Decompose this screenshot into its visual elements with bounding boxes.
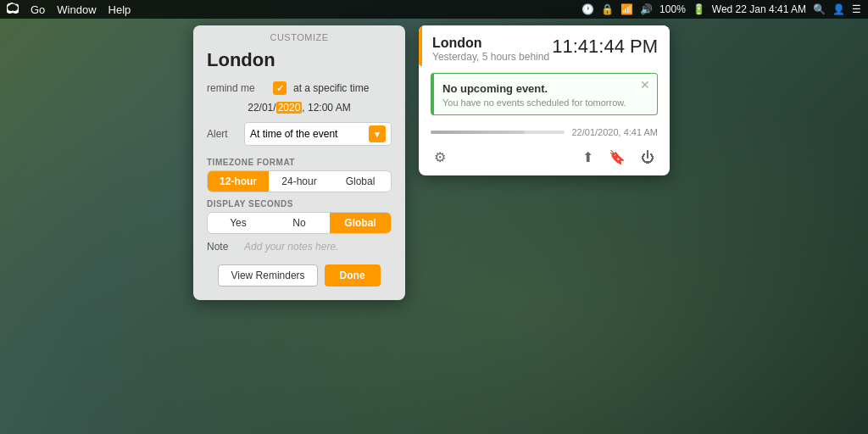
remind-label: remind me bbox=[207, 82, 266, 94]
notif-footer-right: ⬆ 🔖 ⏻ bbox=[579, 147, 658, 167]
timezone-24hour-btn[interactable]: 24-hour bbox=[269, 171, 330, 192]
battery-icon: 🔋 bbox=[693, 3, 705, 15]
menu-list-icon[interactable]: ☰ bbox=[852, 3, 861, 15]
note-label: Note bbox=[207, 241, 237, 253]
notif-title-group: London Yesterday, 5 hours behind bbox=[432, 36, 549, 63]
view-reminders-button[interactable]: View Reminders bbox=[218, 264, 317, 287]
customize-actions: View Reminders Done bbox=[193, 256, 405, 287]
notif-city: London bbox=[432, 36, 549, 51]
notification-panel: London Yesterday, 5 hours behind 11:41:4… bbox=[419, 25, 670, 175]
done-button[interactable]: Done bbox=[325, 264, 381, 287]
apple-menu[interactable] bbox=[7, 3, 19, 17]
menu-volume-icon: 🔊 bbox=[640, 3, 653, 15]
menubar: Go Window Help 🕐 🔒 📶 🔊 100% 🔋 Wed 22 Jan… bbox=[0, 0, 868, 19]
notif-power-button[interactable]: ⏻ bbox=[637, 147, 658, 167]
notif-close-button[interactable]: ✕ bbox=[640, 79, 650, 91]
timezone-12hour-btn[interactable]: 12-hour bbox=[208, 171, 269, 192]
alert-dropdown-arrow[interactable]: ▼ bbox=[369, 125, 386, 142]
display-seconds-label: DISPLAY SECONDS bbox=[193, 192, 405, 212]
customize-header: CUSTOMIZE bbox=[193, 25, 405, 46]
menu-lock-icon: 🔒 bbox=[601, 3, 614, 15]
notif-event-box: No upcoming event. You have no events sc… bbox=[431, 73, 658, 115]
timezone-global-btn[interactable]: Global bbox=[330, 171, 391, 192]
customize-city: London bbox=[193, 46, 405, 78]
display-toggle-group: Yes No Global bbox=[207, 212, 392, 234]
notif-share-button[interactable]: ⬆ bbox=[579, 147, 597, 167]
search-icon[interactable]: 🔍 bbox=[813, 3, 826, 15]
notif-footer: ⚙ ⬆ 🔖 ⏻ bbox=[419, 142, 670, 175]
note-input[interactable]: Add your notes here. bbox=[244, 241, 338, 253]
datetime-label: Wed 22 Jan 4:41 AM bbox=[712, 3, 806, 15]
remind-checkbox[interactable] bbox=[273, 81, 287, 95]
notif-event-title: No upcoming event. bbox=[442, 82, 548, 95]
notif-progress-bar bbox=[431, 131, 565, 134]
alert-value: At time of the event bbox=[250, 128, 337, 140]
notif-event-desc: You have no events scheduled for tomorro… bbox=[442, 97, 648, 108]
menu-wifi-icon: 📶 bbox=[620, 3, 633, 15]
display-yes-btn[interactable]: Yes bbox=[208, 213, 269, 233]
date-prefix: 22/01/ bbox=[248, 102, 275, 114]
date-row: 22/01/2020, 12:00 AM bbox=[193, 98, 405, 117]
orange-left-bar bbox=[419, 25, 422, 66]
date-time-suffix: , 12:00 AM bbox=[302, 102, 350, 114]
display-global-btn[interactable]: Global bbox=[330, 213, 391, 233]
notif-bookmark-button[interactable]: 🔖 bbox=[605, 147, 629, 167]
date-year-highlight: 2020 bbox=[276, 102, 303, 114]
remind-row: remind me at a specific time bbox=[193, 78, 405, 98]
customize-panel: CUSTOMIZE London remind me at a specific… bbox=[193, 25, 405, 300]
alert-select[interactable]: At time of the event ▼ bbox=[244, 122, 392, 146]
timezone-toggle-group: 12-hour 24-hour Global bbox=[207, 170, 392, 192]
notif-header: London Yesterday, 5 hours behind 11:41:4… bbox=[419, 25, 670, 66]
help-menu[interactable]: Help bbox=[108, 3, 131, 16]
battery-label: 100% bbox=[659, 3, 686, 15]
alert-row: Alert At time of the event ▼ bbox=[193, 117, 405, 151]
note-row: Note Add your notes here. bbox=[193, 234, 405, 256]
notif-progress-row: 22/01/2020, 4:41 AM bbox=[419, 122, 670, 142]
display-no-btn[interactable]: No bbox=[269, 213, 330, 233]
notif-progress-date: 22/01/2020, 4:41 AM bbox=[571, 127, 658, 137]
notif-time: 11:41:44 PM bbox=[552, 36, 658, 58]
remind-text: at a specific time bbox=[293, 82, 369, 94]
go-menu[interactable]: Go bbox=[31, 3, 45, 16]
user-icon[interactable]: 👤 bbox=[832, 3, 845, 15]
notif-subtitle: Yesterday, 5 hours behind bbox=[432, 51, 549, 63]
notif-settings-button[interactable]: ⚙ bbox=[431, 147, 449, 167]
alert-label: Alert bbox=[207, 128, 237, 140]
menu-clock-icon: 🕐 bbox=[581, 3, 594, 15]
notif-progress-fill bbox=[431, 131, 525, 134]
timezone-format-label: TIMEZONE FORMAT bbox=[193, 151, 405, 170]
window-menu[interactable]: Window bbox=[57, 3, 96, 16]
